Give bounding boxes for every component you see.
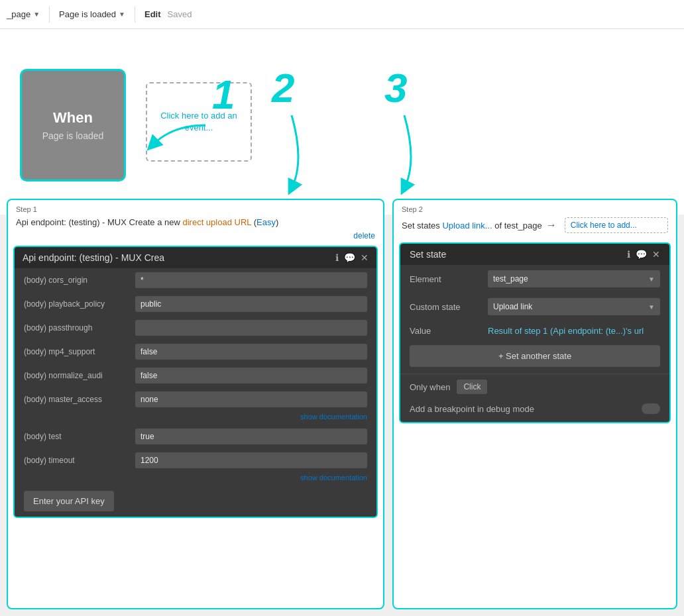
- element-label: Element: [410, 274, 483, 284]
- bottom-area: Step 1 Api endpoint: (testing) - MUX Cre…: [0, 192, 684, 616]
- value-text: Result of step 1 (Api endpoint: (te...)'…: [488, 326, 660, 336]
- api-close-icon[interactable]: ✕: [361, 252, 369, 263]
- field-playback-policy: (body) playback_policy: [15, 292, 376, 316]
- value-label: Value: [410, 326, 483, 336]
- debug-toggle[interactable]: [642, 403, 660, 414]
- step2-text: Set states Upload link... of test_page: [402, 221, 542, 231]
- svg-text:3: 3: [384, 65, 407, 111]
- set-state-header: Set state ℹ 💬 ✕: [400, 244, 669, 265]
- set-state-icons: ℹ 💬 ✕: [627, 249, 660, 260]
- value-row: Value Result of step 1 (Api endpoint: (t…: [400, 321, 669, 341]
- page-dropdown-chevron: ▼: [33, 11, 40, 18]
- saved-label: Saved: [168, 9, 192, 19]
- ss-info-icon[interactable]: ℹ: [627, 249, 630, 260]
- api-key-button[interactable]: Enter your API key: [24, 491, 114, 511]
- separator2: [135, 7, 135, 23]
- api-endpoint-card: Api endpoint: (testing) - MUX Crea ℹ 💬 ✕…: [13, 246, 378, 518]
- page-dropdown[interactable]: _page ▼: [7, 9, 40, 19]
- api-card-header: Api endpoint: (testing) - MUX Crea ℹ 💬 ✕: [15, 247, 376, 268]
- workflow-area: When Page is loaded Click here to add an…: [0, 29, 684, 215]
- arrow2-svg: 2: [258, 62, 345, 195]
- set-another-button[interactable]: + Set another state: [410, 345, 660, 367]
- event-dropdown-chevron: ▼: [119, 11, 125, 18]
- field-cors-origin: (body) cors_origin: [15, 268, 376, 292]
- custom-state-row: Custom state Upload link ▼: [400, 293, 669, 321]
- step1-delete[interactable]: delete: [8, 231, 383, 240]
- field-mp4-support: (body) mp4_support: [15, 340, 376, 364]
- field-passthrough: (body) passthrough: [15, 316, 376, 340]
- step1-link: Api endpoint: (testing) - MUX Create a n…: [8, 216, 383, 231]
- only-when-label: Only when: [410, 382, 450, 392]
- when-block[interactable]: When Page is loaded: [20, 69, 126, 181]
- debug-row: Add a breakpoint in debug mode: [400, 399, 669, 422]
- field-normalize-audi-label: (body) normalize_audi: [24, 371, 130, 380]
- field-mp4-support-input[interactable]: [135, 344, 367, 360]
- debug-label: Add a breakpoint in debug mode: [410, 404, 534, 414]
- set-state-card: Set state ℹ 💬 ✕ Element test_page ▼ Cust…: [399, 242, 671, 423]
- step2-link: Set states Upload link... of test_page →…: [394, 216, 676, 237]
- api-card-title: Api endpoint: (testing) - MUX Crea: [23, 252, 164, 263]
- api-info-icon[interactable]: ℹ: [335, 252, 339, 263]
- custom-state-label: Custom state: [410, 302, 483, 312]
- field-cors-origin-label: (body) cors_origin: [24, 276, 130, 285]
- svg-text:1: 1: [212, 72, 235, 117]
- field-test: (body) test: [15, 425, 376, 448]
- field-master-access: (body) master_access: [15, 387, 376, 411]
- step2-header: Step 2: [394, 200, 676, 216]
- field-normalize-audi: (body) normalize_audi: [15, 364, 376, 387]
- page-dropdown-label: _page: [7, 9, 30, 19]
- field-master-access-input[interactable]: [135, 391, 367, 407]
- step1-header: Step 1: [8, 200, 383, 216]
- field-master-access-label: (body) master_access: [24, 395, 130, 404]
- field-test-label: (body) test: [24, 432, 130, 441]
- field-timeout-label: (body) timeout: [24, 456, 130, 465]
- field-playback-policy-input[interactable]: [135, 296, 367, 312]
- event-dropdown-label: Page is loaded: [59, 9, 116, 19]
- ss-comment-icon[interactable]: 💬: [636, 249, 647, 260]
- ss-close-icon[interactable]: ✕: [652, 249, 660, 260]
- field-passthrough-label: (body) passthrough: [24, 323, 130, 333]
- right-panel: Step 2 Set states Upload link... of test…: [392, 199, 677, 609]
- svg-text:2: 2: [271, 65, 294, 111]
- when-label: When: [53, 109, 93, 127]
- field-timeout-input[interactable]: [135, 452, 367, 468]
- field-passthrough-input[interactable]: [135, 320, 367, 336]
- top-bar: _page ▼ Page is loaded ▼ Edit Saved: [0, 0, 684, 29]
- field-playback-policy-label: (body) playback_policy: [24, 299, 130, 309]
- when-sub: Page is loaded: [42, 130, 104, 141]
- step2-add-box[interactable]: Click here to add...: [565, 217, 668, 233]
- separator1: [49, 7, 50, 23]
- show-doc-1[interactable]: show documentation: [15, 411, 376, 425]
- step2-arrow: →: [546, 219, 557, 231]
- element-value: test_page: [493, 274, 528, 283]
- custom-state-dropdown[interactable]: Upload link ▼: [488, 298, 660, 315]
- api-card-icons: ℹ 💬 ✕: [335, 252, 369, 263]
- element-row: Element test_page ▼: [400, 265, 669, 293]
- api-comment-icon[interactable]: 💬: [344, 252, 355, 263]
- set-state-title: Set state: [410, 249, 446, 260]
- edit-button[interactable]: Edit: [144, 9, 161, 19]
- field-test-input[interactable]: [135, 429, 367, 444]
- show-doc-2[interactable]: show documentation: [15, 472, 376, 486]
- arrow3-svg: 3: [371, 62, 457, 195]
- field-cors-origin-input[interactable]: [135, 272, 367, 288]
- event-dropdown[interactable]: Page is loaded ▼: [59, 9, 125, 19]
- element-chevron: ▼: [648, 276, 655, 283]
- custom-state-chevron: ▼: [648, 303, 655, 311]
- element-dropdown[interactable]: test_page ▼: [488, 270, 660, 287]
- left-panel: Step 1 Api endpoint: (testing) - MUX Cre…: [7, 199, 384, 609]
- click-badge[interactable]: Click: [457, 380, 487, 394]
- field-mp4-support-label: (body) mp4_support: [24, 347, 130, 356]
- field-normalize-audi-input[interactable]: [135, 368, 367, 384]
- only-when-row: Only when Click: [400, 374, 669, 399]
- step1-text: Api endpoint: (testing) - MUX Create a n…: [16, 217, 278, 227]
- field-timeout: (body) timeout: [15, 448, 376, 472]
- custom-state-value: Upload link: [493, 302, 532, 311]
